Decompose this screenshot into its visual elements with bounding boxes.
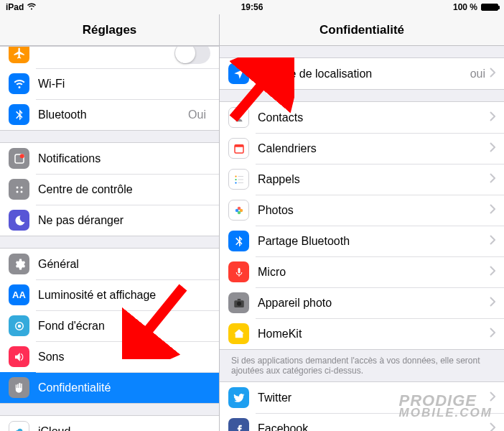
battery-percent: 100 %	[453, 2, 477, 12]
airplane-toggle[interactable]	[174, 47, 210, 64]
detail-item-facebook[interactable]: Facebook	[220, 413, 504, 431]
chevron-right-icon	[490, 422, 495, 432]
chevron-right-icon	[490, 266, 495, 279]
device-name: iPad	[6, 2, 24, 12]
sidebar-item-wifi[interactable]: Wi-Fi	[0, 68, 219, 99]
chevron-right-icon	[490, 142, 495, 155]
detail-footer-text: Si des applications demandent l'accès à …	[220, 350, 504, 381]
cloud-icon	[9, 421, 29, 431]
calendar-icon	[228, 138, 249, 159]
label: Ne pas déranger	[38, 214, 210, 227]
label: Général	[38, 258, 210, 271]
home-icon	[228, 323, 249, 344]
bluetooth-share-icon	[228, 231, 249, 251]
chevron-right-icon	[490, 68, 495, 80]
sidebar-item-notifications[interactable]: Notifications	[0, 143, 219, 174]
sidebar-item-bluetooth[interactable]: Bluetooth Oui	[0, 99, 219, 130]
detail-item-calendars[interactable]: Calendriers	[220, 133, 504, 164]
label: Partage Bluetooth	[258, 235, 490, 248]
clock: 19:56	[241, 2, 263, 12]
svg-point-4	[16, 190, 18, 193]
wifi-status-icon	[27, 2, 37, 12]
chevron-right-icon	[490, 111, 495, 124]
detail-item-bluetooth-share[interactable]: Partage Bluetooth	[220, 226, 504, 256]
detail-item-camera[interactable]: Appareil photo	[220, 287, 504, 318]
svg-point-20	[235, 208, 238, 212]
moon-icon	[9, 210, 29, 231]
detail-item-twitter[interactable]: Twitter	[220, 382, 504, 413]
svg-rect-21	[238, 268, 240, 274]
label: Appareil photo	[258, 297, 490, 310]
chevron-right-icon	[490, 204, 495, 217]
photos-icon	[228, 200, 249, 221]
svg-point-7	[17, 324, 21, 328]
contacts-icon	[228, 107, 249, 128]
label: Wi-Fi	[38, 78, 210, 91]
airplane-icon	[9, 47, 29, 63]
label: Rappels	[258, 173, 490, 186]
svg-point-23	[237, 301, 241, 305]
label: Bluetooth	[38, 108, 188, 121]
wifi-icon	[9, 73, 29, 94]
detail-item-location[interactable]: Service de localisation oui	[220, 58, 504, 89]
svg-point-13	[235, 182, 236, 183]
svg-point-11	[235, 175, 236, 177]
sidebar-item-control-center[interactable]: Centre de contrôle	[0, 174, 219, 205]
facebook-icon	[228, 418, 249, 431]
label: Photos	[258, 204, 490, 217]
location-arrow-icon	[228, 63, 249, 84]
sidebar-title: Réglages	[0, 14, 219, 46]
reminders-icon	[228, 169, 249, 190]
label: Sons	[38, 351, 210, 363]
detail-item-photos[interactable]: Photos	[220, 195, 504, 226]
bluetooth-icon	[9, 104, 29, 125]
sidebar-item-dnd[interactable]: Ne pas déranger	[0, 205, 219, 236]
chevron-right-icon	[490, 297, 495, 310]
label: Facebook	[258, 422, 490, 432]
twitter-icon	[228, 387, 249, 408]
label: Centre de contrôle	[38, 183, 210, 196]
svg-point-5	[20, 190, 22, 193]
chevron-right-icon	[490, 328, 495, 340]
settings-sidebar: Réglages Wi-Fi Bluetooth Oui Notificatio…	[0, 14, 220, 431]
detail-item-homekit[interactable]: HomeKit	[220, 318, 504, 349]
sidebar-item-icloud[interactable]: iCloud	[0, 416, 219, 431]
svg-point-1	[19, 154, 24, 158]
label: Luminosité et affichage	[38, 289, 210, 302]
label: HomeKit	[258, 328, 490, 340]
control-center-icon	[9, 179, 29, 200]
label: Calendriers	[258, 142, 490, 155]
svg-point-3	[20, 186, 22, 188]
svg-rect-10	[235, 144, 243, 147]
svg-point-2	[16, 186, 18, 188]
camera-icon	[228, 292, 249, 313]
chevron-right-icon	[490, 173, 495, 186]
sidebar-item-display[interactable]: AA Luminosité et affichage	[0, 279, 219, 310]
svg-point-12	[235, 178, 236, 180]
sidebar-item-wallpaper[interactable]: Fond d'écran	[0, 310, 219, 341]
detail-title: Confidentialité	[220, 14, 504, 46]
detail-pane: Confidentialité Service de localisation …	[220, 14, 504, 431]
speaker-icon	[9, 346, 29, 367]
wallpaper-icon	[9, 315, 29, 336]
battery-icon	[481, 4, 498, 11]
hand-icon	[9, 377, 29, 398]
microphone-icon	[228, 261, 249, 282]
label: Service de localisation	[258, 68, 470, 80]
detail-item-contacts[interactable]: Contacts	[220, 102, 504, 133]
label: Fond d'écran	[38, 320, 210, 333]
sidebar-item-airplane[interactable]	[0, 47, 219, 68]
sidebar-item-sounds[interactable]: Sons	[0, 341, 219, 372]
label: Confidentialité	[38, 381, 210, 394]
notifications-icon	[9, 148, 29, 169]
svg-rect-24	[237, 299, 241, 300]
detail-item-reminders[interactable]: Rappels	[220, 164, 504, 195]
status-bar: iPad 19:56 100 %	[0, 0, 504, 14]
gear-icon	[9, 254, 29, 274]
value: oui	[470, 68, 485, 80]
label: Twitter	[258, 391, 490, 404]
sidebar-item-general[interactable]: Général	[0, 249, 219, 279]
detail-item-micro[interactable]: Micro	[220, 256, 504, 287]
sidebar-item-privacy[interactable]: Confidentialité	[0, 372, 219, 403]
display-icon: AA	[9, 284, 29, 305]
